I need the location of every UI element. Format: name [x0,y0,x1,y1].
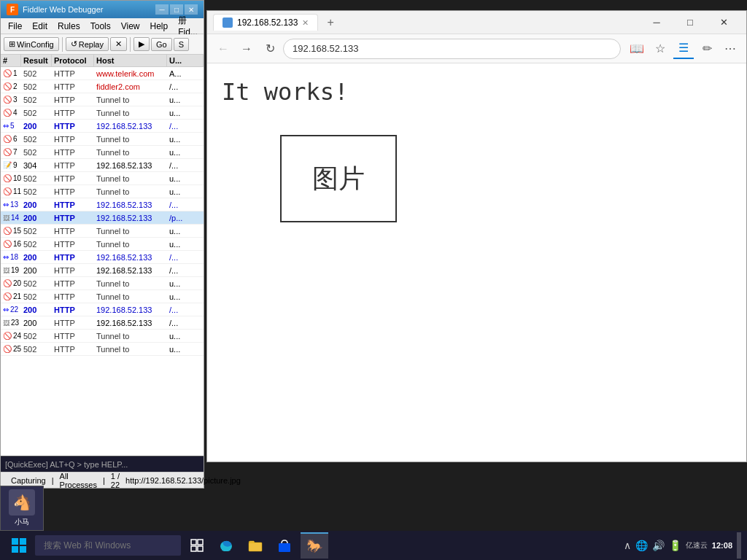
speaker-tray-icon[interactable]: 🔊 [652,540,665,551]
table-row[interactable]: 🖼14 200 HTTP 192.168.52.133 /p... [1,211,204,225]
row-host: Tunnel to [94,96,167,104]
table-row[interactable]: 🚫24 502 HTTP Tunnel to u... [1,330,204,343]
menu-help[interactable]: Help [146,20,173,32]
browser-tab[interactable]: 192.168.52.133 ✕ [213,14,318,31]
new-tab-button[interactable]: + [322,16,338,29]
tray-expand-icon[interactable]: ∧ [624,540,631,551]
note-icon: 📝 [3,161,12,169]
fiddler-app-icon: F [7,4,18,15]
row-protocol: HTTP [52,266,94,275]
error-icon: 🚫 [3,279,12,287]
row-result: 502 [21,148,52,157]
error-icon: 🚫 [3,135,12,143]
file-explorer-taskbar-button[interactable] [242,532,268,559]
maximize-button[interactable]: □ [170,4,183,15]
table-row[interactable]: 🚫7 502 HTTP Tunnel to u... [1,146,204,159]
row-result: 502 [21,227,52,236]
store-taskbar-button[interactable] [271,532,298,559]
table-row[interactable]: 🚫3 502 HTTP Tunnel to u... [1,93,204,106]
table-row[interactable]: 🚫20 502 HTTP Tunnel to u... [1,277,204,290]
browser-window: 192.168.52.133 ✕ + ─ □ ✕ ← → ↻ 192.168.5… [206,10,747,462]
hub-button[interactable]: ☰ [673,39,694,59]
row-result: 502 [21,279,52,288]
minimize-button[interactable]: ─ [155,4,169,15]
table-row[interactable]: 🖼19 200 HTTP 192.168.52.133 /... [1,264,204,277]
store-icon [277,538,292,553]
svg-rect-5 [198,540,203,545]
table-row[interactable]: 🚫16 502 HTTP Tunnel to u... [1,238,204,251]
menu-tools[interactable]: Tools [86,20,115,32]
row-icon: 🚫6 [1,135,21,143]
table-row[interactable]: ⇔5 200 HTTP 192.168.52.133 /... [1,120,204,133]
tab-close-button[interactable]: ✕ [302,18,309,28]
edge-browser-taskbar-button[interactable] [213,532,239,559]
error-icon: 🚫 [3,345,12,353]
row-icon: 🚫3 [1,96,21,104]
taskbar-popup: 🐴 小马 [0,486,44,531]
fiddler-taskbar-button[interactable]: 🐎 [301,532,328,559]
system-tray: ∧ 🌐 🔊 🔋 亿速云 [624,540,708,551]
error-icon: 🚫 [3,240,12,248]
browser-maximize-button[interactable]: □ [673,11,707,34]
x-button[interactable]: ✕ [110,37,127,51]
row-protocol: HTTP [52,187,94,196]
capturing-label: Capturing [11,476,46,485]
table-row[interactable]: 🚫4 502 HTTP Tunnel to u... [1,106,204,120]
close-button[interactable]: ✕ [185,4,198,15]
arrow-button[interactable]: ▶ [133,37,150,51]
arrow-icon: ⇔ [3,253,9,261]
browser-tools: 📖 ☆ ☰ ✏ ⋯ [627,39,740,59]
refresh-button[interactable]: ↻ [260,39,280,59]
share-button[interactable]: ⋯ [720,39,740,59]
table-row[interactable]: 🚫2 502 HTTP fiddler2.com /... [1,80,204,93]
row-url: /... [167,201,204,209]
battery-tray-icon[interactable]: 🔋 [669,540,681,551]
replay-button[interactable]: ↺ Replay [66,37,109,51]
row-protocol: HTTP [52,306,94,314]
clock: 12:08 [712,541,732,550]
row-protocol: HTTP [52,227,94,236]
row-result: 502 [21,345,52,354]
table-row[interactable]: 🚫6 502 HTTP Tunnel to u... [1,133,204,146]
menu-file[interactable]: File [4,20,26,32]
browser-navbar: ← → ↻ 192.168.52.133 📖 ☆ ☰ ✏ ⋯ [207,34,746,63]
forward-button[interactable]: → [236,39,257,59]
start-button[interactable] [6,532,32,559]
s-button[interactable]: S [174,38,189,51]
row-url: u... [167,174,204,183]
browser-minimize-button[interactable]: ─ [640,11,673,34]
menu-edit[interactable]: Edit [28,20,52,32]
table-row[interactable]: 🚫11 502 HTTP Tunnel to u... [1,185,204,198]
quickexec-bar[interactable]: [QuickExec] ALT+Q > type HELP... [1,456,204,472]
row-result: 502 [21,174,52,183]
task-view-button[interactable] [184,532,210,559]
network-tray-icon[interactable]: 🌐 [635,540,648,551]
browser-close-button[interactable]: ✕ [707,11,740,34]
row-icon: 🚫1 [1,69,21,77]
table-row[interactable]: ⇔13 200 HTTP 192.168.52.133 /... [1,198,204,211]
row-protocol: HTTP [52,214,94,222]
table-row[interactable]: 🚫21 502 HTTP Tunnel to u... [1,290,204,303]
taskbar-search-input[interactable] [35,535,181,556]
table-row[interactable]: 🚫10 502 HTTP Tunnel to u... [1,172,204,185]
winconfig-button[interactable]: ⊞ WinConfig [4,37,59,51]
row-host: Tunnel to [94,109,167,117]
reading-view-button[interactable]: 📖 [627,39,647,59]
menu-view[interactable]: View [117,20,144,32]
table-row[interactable]: 📝9 304 HTTP 192.168.52.133 /... [1,159,204,172]
row-result: 502 [21,69,52,78]
go-button[interactable]: Go [151,38,172,51]
table-row[interactable]: 🚫15 502 HTTP Tunnel to u... [1,225,204,238]
window-controls: ─ □ ✕ [155,4,198,15]
table-row[interactable]: ⇔18 200 HTTP 192.168.52.133 /... [1,251,204,264]
notes-button[interactable]: ✏ [697,39,717,59]
table-row[interactable]: ⇔22 200 HTTP 192.168.52.133 /... [1,303,204,316]
back-button[interactable]: ← [213,39,233,59]
show-desktop-button[interactable] [737,532,741,559]
table-row[interactable]: 🖼23 200 HTTP 192.168.52.133 /... [1,316,204,330]
table-row[interactable]: 🚫25 502 HTTP Tunnel to u... [1,343,204,356]
table-row[interactable]: 🚫1 502 HTTP www.telerik.com A... [1,67,204,80]
menu-rules[interactable]: Rules [53,20,85,32]
favorites-button[interactable]: ☆ [650,39,670,59]
address-bar[interactable]: 192.168.52.133 [283,39,621,59]
